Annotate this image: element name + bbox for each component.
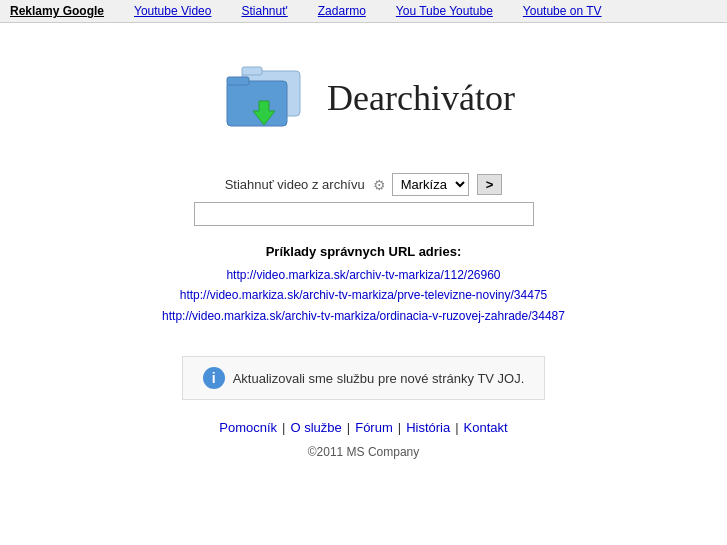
info-text: Aktualizovali sme službu pre nové stránk… bbox=[233, 371, 525, 386]
search-label: Stiahnuť video z archívu bbox=[225, 177, 365, 192]
nav-link-zadarmo[interactable]: Zadarmo bbox=[318, 4, 366, 18]
footer-links: Pomocník | O službe | Fórum | História |… bbox=[219, 420, 507, 435]
footer-link-historia[interactable]: História bbox=[406, 420, 450, 435]
footer-link-forum[interactable]: Fórum bbox=[355, 420, 393, 435]
nav-link-youtube-tv[interactable]: Youtube on TV bbox=[523, 4, 602, 18]
app-title: Dearchivátor bbox=[327, 77, 515, 119]
top-nav: Reklamy Google Youtube Video Stiahnut' Z… bbox=[0, 0, 727, 23]
nav-link-stiahnut[interactable]: Stiahnut' bbox=[241, 4, 287, 18]
nav-link-youtube-video[interactable]: Youtube Video bbox=[134, 4, 211, 18]
info-icon: i bbox=[203, 367, 225, 389]
nav-link-youtubetube[interactable]: You Tube Youtube bbox=[396, 4, 493, 18]
svg-rect-2 bbox=[227, 81, 287, 126]
examples-title: Príklady správnych URL adries: bbox=[162, 241, 565, 263]
reklamy-label[interactable]: Reklamy Google bbox=[10, 4, 104, 18]
copyright-text: ©2011 MS Company bbox=[308, 445, 420, 459]
search-area: Stiahnuť video z archívu ⚙ Markíza JOJ S… bbox=[194, 173, 534, 226]
example-url-2[interactable]: http://video.markiza.sk/archiv-tv-markiz… bbox=[162, 285, 565, 305]
separator-4: | bbox=[450, 420, 463, 435]
separator-1: | bbox=[277, 420, 290, 435]
footer-link-pomocnik[interactable]: Pomocník bbox=[219, 420, 277, 435]
search-row: Stiahnuť video z archívu ⚙ Markíza JOJ S… bbox=[225, 173, 503, 196]
info-box: i Aktualizovali sme službu pre nové strá… bbox=[182, 356, 546, 400]
footer-link-kontakt[interactable]: Kontakt bbox=[464, 420, 508, 435]
logo-area: Dearchivátor bbox=[212, 53, 515, 143]
dropdown-container: ⚙ Markíza JOJ STV bbox=[373, 173, 469, 196]
main-content: Dearchivátor Stiahnuť video z archívu ⚙ … bbox=[0, 23, 727, 459]
example-url-3[interactable]: http://video.markiza.sk/archiv-tv-markiz… bbox=[162, 306, 565, 326]
service-dropdown[interactable]: Markíza JOJ STV bbox=[392, 173, 469, 196]
examples-section: Príklady správnych URL adries: http://vi… bbox=[162, 241, 565, 326]
separator-2: | bbox=[342, 420, 355, 435]
svg-rect-1 bbox=[242, 67, 262, 75]
footer-link-o-sluzbe[interactable]: O službe bbox=[290, 420, 341, 435]
app-logo-icon bbox=[212, 53, 312, 143]
separator-3: | bbox=[393, 420, 406, 435]
url-input[interactable] bbox=[194, 202, 534, 226]
go-button[interactable]: > bbox=[477, 174, 503, 195]
example-url-1[interactable]: http://video.markiza.sk/archiv-tv-markiz… bbox=[162, 265, 565, 285]
gear-icon: ⚙ bbox=[373, 177, 386, 193]
svg-rect-3 bbox=[227, 77, 249, 85]
